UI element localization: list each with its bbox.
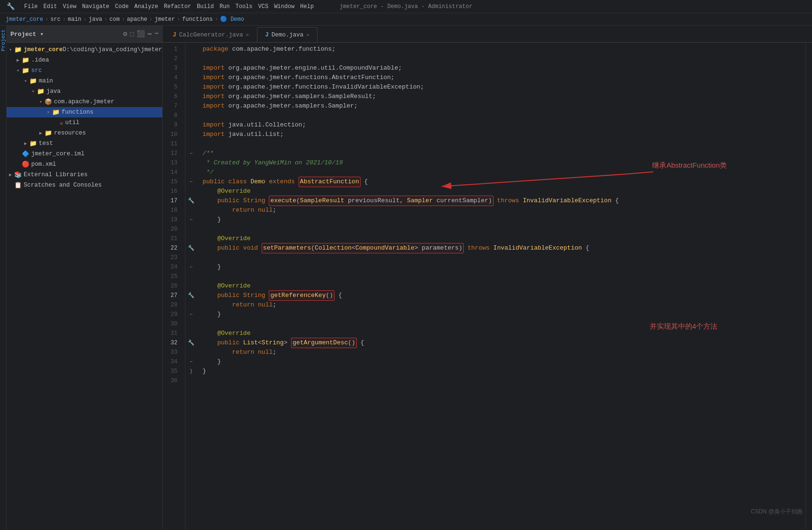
breadcrumb-item[interactable]: java bbox=[88, 16, 102, 23]
panel-title: Project ▾ bbox=[10, 30, 44, 38]
code-line-17: public String execute(SampleResult previ… bbox=[203, 196, 805, 206]
project-tab[interactable]: Project bbox=[0, 29, 6, 51]
code-line-32: public List<String> getArgumentDesc() { bbox=[203, 338, 805, 348]
menu-vcs[interactable]: VCS bbox=[256, 2, 272, 11]
tree-item-idea[interactable]: ▶ 📁 .idea bbox=[7, 55, 162, 65]
code-line-21: @Override bbox=[203, 234, 805, 243]
tree-item-util[interactable]: ☕ util bbox=[7, 117, 162, 128]
code-line-36 bbox=[203, 376, 805, 386]
window-title: jmeter_core - Demo.java - Administrator bbox=[337, 2, 476, 11]
tab-close-demo[interactable]: ✕ bbox=[306, 32, 309, 38]
tree-item-pom[interactable]: 🔴 pom.xml bbox=[7, 159, 162, 170]
code-content[interactable]: package com.apache.jmeter.functions; imp… bbox=[197, 43, 805, 530]
side-icons-bar: Project bbox=[0, 26, 7, 530]
tab-bar: J CalcGenerator.java ✕ J Demo.java ✕ bbox=[163, 26, 812, 43]
code-line-11 bbox=[203, 139, 805, 149]
tab-calc-generator[interactable]: J CalcGenerator.java ✕ bbox=[165, 27, 257, 42]
code-line-8 bbox=[203, 111, 805, 120]
code-line-14: */ bbox=[203, 168, 805, 177]
app-icon: 🔧 bbox=[4, 1, 18, 11]
right-scrollbar[interactable] bbox=[805, 43, 812, 530]
code-line-18: return null; bbox=[203, 206, 805, 215]
code-line-28: return null; bbox=[203, 300, 805, 310]
code-line-9: import java.util.Collection; bbox=[203, 120, 805, 130]
code-line-19: } bbox=[203, 215, 805, 225]
code-line-23 bbox=[203, 253, 805, 262]
code-line-7: import org.apache.jmeter.samplers.Sample… bbox=[203, 101, 805, 111]
code-editor: 1 2 3 4 5 6 7 8 9 10 11 12 13 14 15 16 1… bbox=[163, 43, 812, 530]
code-line-22: public void setParameters(Collection<Com… bbox=[203, 243, 805, 253]
code-line-13: * Created by YangWeiMin on 2021/10/19 bbox=[203, 158, 805, 168]
panel-collapse-icon[interactable]: ⬛ bbox=[137, 30, 145, 38]
code-line-5: import org.apache.jmeter.functions.Inval… bbox=[203, 82, 805, 92]
menu-run[interactable]: Run bbox=[217, 2, 233, 11]
tree-item-java[interactable]: ▾ 📁 java bbox=[7, 86, 162, 97]
code-line-34: } bbox=[203, 357, 805, 367]
tree-item-com-apache[interactable]: ▾ 📦 com.apache.jmeter bbox=[7, 97, 162, 107]
code-line-3: import org.apache.jmeter.engine.util.Com… bbox=[203, 63, 805, 73]
code-line-12: /** bbox=[203, 149, 805, 158]
tree-item-root[interactable]: ▾ 📁 jmeter_core D:\coding\java_coding\jm… bbox=[7, 45, 162, 55]
project-panel: Project ▾ ⚙ ⬚ ⬛ ⋯ − ▾ 📁 jmeter_core D:\c… bbox=[7, 26, 163, 530]
code-line-4: import org.apache.jmeter.functions.Abstr… bbox=[203, 73, 805, 82]
watermark: CSDN @臭小子别跑 bbox=[750, 508, 803, 516]
menu-analyze[interactable]: Analyze bbox=[132, 2, 161, 11]
code-line-31: @Override bbox=[203, 329, 805, 338]
menu-edit[interactable]: Edit bbox=[41, 2, 60, 11]
menu-navigate[interactable]: Navigate bbox=[79, 2, 112, 11]
tree-item-ext-libs[interactable]: ▶ 📚 External Libraries bbox=[7, 170, 162, 180]
code-line-15: public class Demo extends AbstractFuncti… bbox=[203, 177, 805, 187]
panel-header: Project ▾ ⚙ ⬚ ⬛ ⋯ − bbox=[7, 26, 162, 43]
tree-item-main[interactable]: ▾ 📁 main bbox=[7, 76, 162, 86]
code-line-10: import java.util.List; bbox=[203, 130, 805, 139]
code-line-6: import org.apache.jmeter.samplers.Sample… bbox=[203, 92, 805, 101]
breadcrumb-item[interactable]: 🔵 Demo bbox=[220, 16, 244, 23]
panel-menu-icon[interactable]: ⋯ bbox=[148, 30, 151, 38]
gutter: − − 🔧 − 🔧 − 🔧 − bbox=[185, 43, 197, 530]
tree-item-functions[interactable]: ▾ 📁 functions bbox=[7, 107, 162, 117]
tree-item-iml[interactable]: 🔷 jmeter_core.iml bbox=[7, 149, 162, 159]
menu-bar: 🔧 File Edit View Navigate Code Analyze R… bbox=[0, 0, 812, 13]
menu-refactor[interactable]: Refactor bbox=[161, 2, 194, 11]
code-line-25 bbox=[203, 272, 805, 281]
code-line-20 bbox=[203, 225, 805, 234]
menu-help[interactable]: Help bbox=[297, 2, 317, 11]
tree-item-resources[interactable]: ▶ 📁 resources bbox=[7, 128, 162, 138]
code-line-2 bbox=[203, 54, 805, 63]
code-line-33: return null; bbox=[203, 348, 805, 357]
code-line-24: } bbox=[203, 262, 805, 272]
breadcrumb-item[interactable]: apache bbox=[127, 16, 147, 23]
tree-item-scratches[interactable]: 📋 Scratches and Consoles bbox=[7, 180, 162, 190]
breadcrumb: jmeter_core › src › main › java › com › … bbox=[0, 13, 812, 26]
tab-close-calc[interactable]: ✕ bbox=[246, 32, 249, 38]
menu-view[interactable]: View bbox=[60, 2, 79, 11]
tab-demo[interactable]: J Demo.java ✕ bbox=[257, 27, 318, 42]
tree-item-src[interactable]: ▾ 📁 src bbox=[7, 65, 162, 76]
code-line-16: @Override bbox=[203, 187, 805, 196]
code-line-27: public String getReferenceKey() { bbox=[203, 291, 805, 300]
breadcrumb-item[interactable]: src bbox=[50, 16, 61, 23]
tree-item-test[interactable]: ▶ 📁 test bbox=[7, 138, 162, 149]
project-tree: ▾ 📁 jmeter_core D:\coding\java_coding\jm… bbox=[7, 43, 162, 530]
panel-close-icon[interactable]: − bbox=[155, 30, 159, 38]
menu-file[interactable]: File bbox=[21, 2, 41, 11]
breadcrumb-item[interactable]: jmeter_core bbox=[6, 16, 43, 23]
editor-area: J CalcGenerator.java ✕ J Demo.java ✕ 1 2… bbox=[163, 26, 812, 530]
code-line-26: @Override bbox=[203, 281, 805, 291]
menu-tools[interactable]: Tools bbox=[233, 2, 256, 11]
panel-expand-icon[interactable]: ⬚ bbox=[130, 30, 134, 38]
code-line-1: package com.apache.jmeter.functions; bbox=[203, 45, 805, 54]
breadcrumb-item[interactable]: com bbox=[109, 16, 120, 23]
breadcrumb-item[interactable]: main bbox=[68, 16, 81, 23]
panel-settings-icon[interactable]: ⚙ bbox=[123, 30, 127, 38]
line-numbers: 1 2 3 4 5 6 7 8 9 10 11 12 13 14 15 16 1… bbox=[163, 43, 185, 530]
code-line-29: } bbox=[203, 310, 805, 319]
breadcrumb-item[interactable]: functions bbox=[182, 16, 213, 23]
menu-build[interactable]: Build bbox=[194, 2, 217, 11]
code-line-35: } bbox=[203, 367, 805, 376]
code-line-30 bbox=[203, 319, 805, 329]
menu-window[interactable]: Window bbox=[271, 2, 297, 11]
breadcrumb-item[interactable]: jmeter bbox=[155, 16, 175, 23]
menu-code[interactable]: Code bbox=[112, 2, 132, 11]
